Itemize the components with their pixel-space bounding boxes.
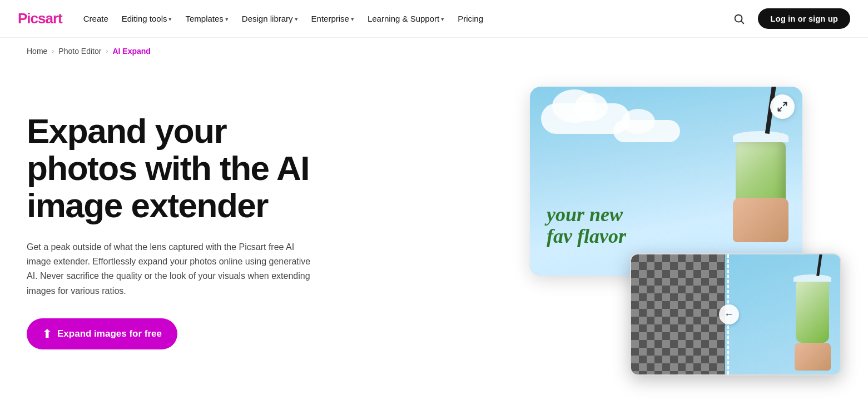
nav-design-library[interactable]: Design library ▾ xyxy=(236,9,304,28)
expand-arrows-icon xyxy=(777,101,788,112)
editing-tools-chevron-icon: ▾ xyxy=(168,16,172,23)
nav-pricing-label: Pricing xyxy=(458,14,483,23)
breadcrumb-photo-editor[interactable]: Photo Editor xyxy=(58,47,101,56)
expand-direction-arrow: ← xyxy=(719,304,739,324)
hero-left: Expand your photos with the AI image ext… xyxy=(27,113,316,349)
expanded-image-card: your new fav flavor xyxy=(530,87,802,276)
mini-cup-lid xyxy=(793,274,831,282)
cloud-2 xyxy=(613,120,680,142)
login-button[interactable]: Log in or sign up xyxy=(758,8,850,29)
navbar-left: Picsart Create Editing tools ▾ Templates… xyxy=(18,9,489,28)
nav-design-library-label: Design library xyxy=(242,14,293,23)
templates-chevron-icon: ▾ xyxy=(225,16,229,23)
card-flavor-text: your new fav flavor xyxy=(547,204,626,248)
search-icon xyxy=(733,13,745,25)
nav-links: Create Editing tools ▾ Templates ▾ Desig… xyxy=(78,9,489,28)
nav-pricing[interactable]: Pricing xyxy=(452,9,489,28)
nav-learning-support-label: Learning & Support xyxy=(368,14,439,23)
nav-editing-tools[interactable]: Editing tools ▾ xyxy=(116,9,178,28)
nav-learning-support[interactable]: Learning & Support ▾ xyxy=(362,9,450,28)
mini-cup-shape xyxy=(796,282,829,343)
before-state-card: ← xyxy=(630,253,841,376)
mini-hand xyxy=(795,343,831,371)
breadcrumb-home[interactable]: Home xyxy=(27,47,47,56)
mini-drink-cup xyxy=(790,274,835,374)
cup-hand xyxy=(733,198,788,242)
expand-btn-label: Expand images for free xyxy=(57,328,162,339)
nav-editing-tools-label: Editing tools xyxy=(122,14,167,23)
enterprise-chevron-icon: ▾ xyxy=(351,16,354,23)
breadcrumb-sep-2: › xyxy=(106,47,108,55)
breadcrumb: Home › Photo Editor › AI Expand xyxy=(0,38,868,64)
navbar-right: Log in or sign up xyxy=(729,8,850,29)
card-expand-icon[interactable] xyxy=(770,94,795,119)
cup-lid xyxy=(733,131,788,142)
hero-section: Expand your photos with the AI image ext… xyxy=(0,64,868,409)
hero-illustration: your new fav flavor xyxy=(530,87,841,376)
search-button[interactable] xyxy=(729,9,749,29)
nav-create[interactable]: Create xyxy=(78,9,114,28)
cup-body xyxy=(730,131,791,242)
upload-icon: ⬆ xyxy=(42,327,52,341)
design-library-chevron-icon: ▾ xyxy=(295,16,298,23)
hero-title: Expand your photos with the AI image ext… xyxy=(27,113,316,224)
nav-templates[interactable]: Templates ▾ xyxy=(180,9,234,28)
drink-cup-main xyxy=(719,120,791,276)
learning-support-chevron-icon: ▾ xyxy=(441,16,444,23)
svg-line-1 xyxy=(742,21,744,23)
expand-images-button[interactable]: ⬆ Expand images for free xyxy=(27,318,177,349)
navbar: Picsart Create Editing tools ▾ Templates… xyxy=(0,0,868,38)
nav-create-label: Create xyxy=(83,14,108,23)
nav-enterprise-label: Enterprise xyxy=(311,14,349,23)
logo[interactable]: Picsart xyxy=(18,10,62,27)
breadcrumb-current: AI Expand xyxy=(112,47,150,56)
nav-templates-label: Templates xyxy=(185,14,223,23)
nav-enterprise[interactable]: Enterprise ▾ xyxy=(306,9,360,28)
breadcrumb-sep-1: › xyxy=(52,47,54,55)
hero-description: Get a peak outside of what the lens capt… xyxy=(27,240,316,299)
